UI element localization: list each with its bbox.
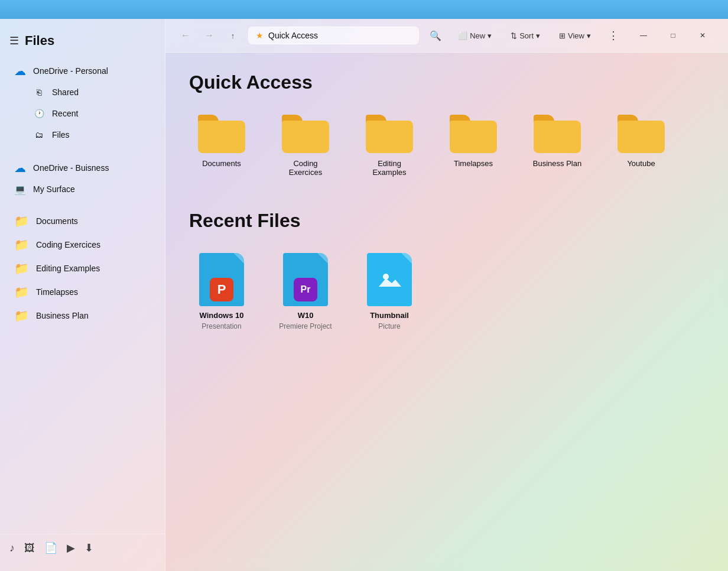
file-name-w10: W10 [298, 311, 314, 320]
file-w10[interactable]: Pr W10 Premiere Project [273, 248, 338, 335]
sidebar-item-recent[interactable]: 🕐 Recent [5, 103, 160, 124]
onedrive-personal-section: ☁ OneDrive - Personal ⎗ Shared 🕐 Recent … [0, 58, 165, 148]
file-icon-thumbnail [367, 253, 412, 306]
file-thumbnail[interactable]: Thumbnail Picture [357, 248, 422, 335]
sidebar-folder-coding[interactable]: 📁 Coding Exercices [5, 233, 160, 257]
folder-icon-coding: 📁 [14, 238, 29, 252]
video-icon[interactable]: ▶ [67, 541, 75, 554]
folder-business-label: Business Plan [36, 311, 89, 320]
files-folder-icon: 🗂 [33, 129, 45, 141]
folder-shape-editing [366, 115, 413, 153]
image-icon[interactable]: 🖼 [24, 542, 35, 554]
main-content: ← → ↑ ★ Quick Access 🔍 ⬜ New ▾ ⇅ Sort ▾ … [165, 19, 728, 571]
folder-name-editing: Editing Examples [362, 159, 417, 177]
address-star-icon: ★ [256, 31, 264, 40]
folder-documents-label: Documents [36, 216, 78, 226]
sidebar-app-title: Files [25, 33, 54, 48]
recent-files-grid: P Windows 10 Presentation Pr W10 Premier… [189, 248, 704, 335]
divider-2 [0, 200, 165, 209]
file-name-thumbnail: Thumbnail [370, 311, 409, 320]
window-controls: — □ ✕ [630, 26, 716, 45]
sort-button[interactable]: ⇅ Sort ▾ [505, 28, 546, 44]
files-label: Files [52, 130, 70, 139]
folder-timelapses[interactable]: Timelapses [441, 110, 506, 181]
folder-youtube[interactable]: Youtube [609, 110, 674, 181]
forward-button[interactable]: → [201, 27, 217, 44]
address-bar[interactable]: ★ Quick Access [248, 27, 419, 44]
download-icon[interactable]: ⬇ [84, 541, 93, 554]
picture-svg [378, 269, 401, 290]
folder-editing-label: Editing Examples [36, 264, 100, 273]
folder-business-plan[interactable]: Business Plan [525, 110, 590, 181]
view-label: View [568, 31, 584, 40]
file-type-windows10: Presentation [202, 322, 241, 330]
app-container: ☰ Files ☁ OneDrive - Personal ⎗ Shared 🕐… [0, 19, 728, 571]
divider-1 [0, 148, 165, 157]
recent-files-title: Recent Files [189, 210, 704, 232]
sidebar-folder-timelapses[interactable]: 📁 Timelapses [5, 280, 160, 304]
sidebar-item-onedrive-personal[interactable]: ☁ OneDrive - Personal [5, 60, 160, 82]
sidebar-item-files[interactable]: 🗂 Files [5, 124, 160, 145]
sort-label: Sort [519, 31, 534, 40]
view-chevron-icon: ▾ [587, 31, 591, 40]
search-button[interactable]: 🔍 [426, 26, 445, 45]
folder-name-youtube: Youtube [627, 159, 655, 168]
sidebar-folder-business[interactable]: 📁 Business Plan [5, 304, 160, 327]
shared-icon: ⎗ [33, 86, 45, 98]
folder-editing[interactable]: Editing Examples [357, 110, 422, 181]
new-button[interactable]: ⬜ New ▾ [452, 28, 498, 44]
music-icon[interactable]: ♪ [9, 542, 15, 554]
close-button[interactable]: ✕ [689, 26, 716, 45]
new-chevron-icon: ▾ [488, 31, 492, 40]
file-type-thumbnail: Picture [378, 322, 400, 330]
title-bar [0, 0, 728, 19]
file-icon-w10: Pr [283, 253, 328, 306]
pr-badge: Pr [294, 278, 317, 301]
folder-shape-business [534, 115, 581, 153]
folder-coding[interactable]: Coding Exercices [273, 110, 338, 181]
folder-shape-youtube [618, 115, 665, 153]
sort-chevron-icon: ▾ [536, 31, 540, 40]
folder-shape-documents [198, 115, 245, 153]
file-icon-windows10: P [199, 253, 244, 306]
hamburger-icon[interactable]: ☰ [9, 34, 19, 47]
document-icon[interactable]: 📄 [44, 541, 57, 554]
folder-documents[interactable]: Documents [189, 110, 254, 181]
sidebar-folder-editing[interactable]: 📁 Editing Examples [5, 257, 160, 280]
folder-coding-label: Coding Exercices [36, 240, 100, 249]
up-button[interactable]: ↑ [225, 27, 241, 44]
sort-icon: ⇅ [511, 31, 517, 40]
sidebar-item-onedrive-business[interactable]: ☁ OneDrive - Buisness [5, 157, 160, 179]
maximize-button[interactable]: □ [659, 26, 687, 45]
folders-grid: Documents Coding Exercices Editing Examp… [189, 110, 704, 181]
view-icon: ⊞ [559, 31, 566, 40]
surface-icon: 💻 [14, 183, 26, 195]
sidebar-item-my-surface[interactable]: 💻 My Surface [5, 179, 160, 200]
sidebar-item-shared[interactable]: ⎗ Shared [5, 82, 160, 103]
sidebar-header: ☰ Files [0, 28, 165, 58]
shared-label: Shared [52, 87, 79, 97]
file-windows10[interactable]: P Windows 10 Presentation [189, 248, 254, 335]
folder-shape-coding [282, 115, 329, 153]
toolbar: ← → ↑ ★ Quick Access 🔍 ⬜ New ▾ ⇅ Sort ▾ … [165, 19, 728, 53]
folder-name-coding: Coding Exercices [278, 159, 333, 177]
onedrive-business-label: OneDrive - Buisness [33, 163, 109, 173]
folder-icon-editing: 📁 [14, 261, 29, 275]
sidebar-bottom: ♪ 🖼 📄 ▶ ⬇ [0, 534, 165, 562]
new-label: New [470, 31, 485, 40]
folder-timelapses-label: Timelapses [36, 287, 78, 297]
folder-shape-timelapses [450, 115, 497, 153]
folder-icon-timelapses: 📁 [14, 285, 29, 299]
file-type-w10: Premiere Project [279, 322, 332, 330]
back-button[interactable]: ← [177, 27, 194, 44]
new-icon: ⬜ [458, 31, 467, 40]
content-area: Quick Access Documents Coding Exercices … [165, 53, 728, 571]
sidebar-folder-documents[interactable]: 📁 Documents [5, 209, 160, 233]
folder-name-documents: Documents [202, 159, 241, 168]
view-button[interactable]: ⊞ View ▾ [553, 28, 597, 44]
more-button[interactable]: ⋮ [604, 26, 623, 45]
sidebar: ☰ Files ☁ OneDrive - Personal ⎗ Shared 🕐… [0, 19, 165, 571]
minimize-button[interactable]: — [630, 26, 657, 45]
cloud-icon-personal: ☁ [14, 65, 26, 77]
folder-icon-documents: 📁 [14, 214, 29, 228]
